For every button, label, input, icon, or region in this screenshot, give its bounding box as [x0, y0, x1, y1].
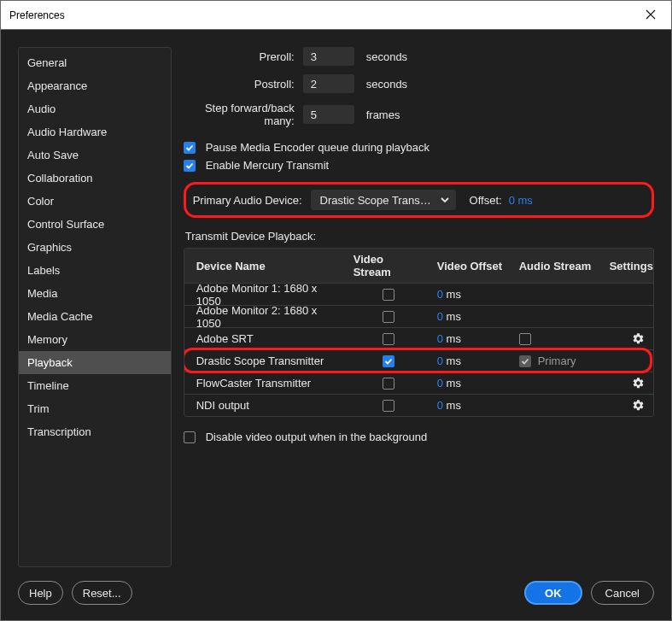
offset-label: Offset: [470, 194, 502, 207]
step-input[interactable] [303, 105, 354, 124]
disable-bg-checkbox[interactable] [184, 431, 196, 443]
sidebar-item-color[interactable]: Color [19, 190, 171, 213]
sidebar-item-transcription[interactable]: Transcription [19, 420, 171, 443]
primary-audio-label: Primary Audio Device: [193, 194, 302, 207]
sidebar-item-media-cache[interactable]: Media Cache [19, 305, 171, 328]
table-row: Drastic Scope Transmitter0 msPrimary [184, 349, 653, 372]
sidebar-item-audio-hardware[interactable]: Audio Hardware [19, 120, 171, 144]
sidebar[interactable]: GeneralAppearanceAudioAudio HardwareAuto… [18, 47, 172, 567]
video-offset-value[interactable]: 0 ms [430, 328, 512, 349]
sidebar-item-memory[interactable]: Memory [19, 328, 171, 351]
sidebar-item-audio[interactable]: Audio [19, 97, 171, 120]
video-stream-checkbox[interactable] [383, 311, 394, 323]
close-icon[interactable] [639, 5, 663, 26]
audio-stream-checkbox[interactable] [519, 333, 531, 345]
sidebar-item-auto-save[interactable]: Auto Save [19, 144, 171, 167]
main-panel: Preroll: seconds Postroll: seconds Step … [184, 47, 654, 567]
device-name: FlowCaster Transmitter [184, 372, 347, 394]
device-name: Adobe SRT [184, 328, 347, 349]
postroll-label: Postroll: [184, 78, 295, 91]
sidebar-item-playback[interactable]: Playback [19, 351, 171, 374]
offset-value[interactable]: 0 ms [509, 194, 533, 207]
table-row: FlowCaster Transmitter0 ms [184, 372, 653, 394]
preroll-input[interactable] [303, 47, 354, 66]
audio-stream-checkbox [519, 355, 531, 367]
col-settings: Settings [603, 249, 653, 283]
video-offset-value[interactable]: 0 ms [430, 395, 512, 416]
enable-mercury-checkbox[interactable] [184, 160, 196, 172]
sidebar-item-appearance[interactable]: Appearance [19, 74, 171, 97]
transmit-table-label: Transmit Device Playback: [185, 230, 654, 243]
postroll-unit: seconds [366, 78, 407, 91]
video-offset-value[interactable]: 0 ms [430, 306, 512, 327]
video-stream-checkbox[interactable] [383, 355, 394, 367]
sidebar-item-labels[interactable]: Labels [19, 259, 171, 282]
video-stream-checkbox[interactable] [383, 378, 394, 390]
sidebar-item-graphics[interactable]: Graphics [19, 236, 171, 259]
step-label: Step forward/back many: [184, 102, 295, 127]
preroll-unit: seconds [366, 50, 407, 63]
table-row: NDI output0 ms [184, 394, 653, 416]
audio-primary-label: Primary [538, 354, 576, 367]
reset-button[interactable]: Reset... [72, 581, 132, 605]
titlebar: Preferences [1, 1, 671, 30]
sidebar-item-control-surface[interactable]: Control Surface [19, 213, 171, 236]
ok-button[interactable]: OK [524, 581, 582, 605]
body: GeneralAppearanceAudioAudio HardwareAuto… [1, 30, 671, 567]
video-stream-checkbox[interactable] [383, 289, 394, 301]
step-unit: frames [366, 108, 400, 121]
gear-icon[interactable] [631, 399, 645, 413]
video-stream-checkbox[interactable] [383, 400, 394, 412]
cancel-button[interactable]: Cancel [591, 581, 654, 605]
table-row: Adobe SRT0 ms [184, 327, 653, 349]
col-video-stream: Video Stream [347, 249, 430, 283]
preferences-window: Preferences GeneralAppearanceAudioAudio … [0, 0, 672, 621]
device-name: Drastic Scope Transmitter [184, 350, 347, 372]
primary-audio-value: Drastic Scope Transmi... [320, 194, 433, 207]
video-stream-checkbox[interactable] [383, 333, 394, 345]
footer: Help Reset... OK Cancel [1, 567, 671, 620]
transmit-device-table: Device Name Video Stream Video Offset Au… [184, 248, 654, 417]
pause-encoder-label: Pause Media Encoder queue during playbac… [206, 141, 429, 154]
chevron-down-icon [440, 195, 450, 205]
video-offset-value[interactable]: 0 ms [430, 350, 512, 372]
help-button[interactable]: Help [18, 581, 63, 605]
video-offset-value[interactable]: 0 ms [430, 284, 512, 305]
primary-audio-dropdown[interactable]: Drastic Scope Transmi... [311, 190, 456, 210]
sidebar-item-general[interactable]: General [19, 51, 171, 74]
sidebar-item-media[interactable]: Media [19, 282, 171, 305]
gear-icon[interactable] [631, 377, 645, 390]
col-audio-stream: Audio Stream [512, 249, 603, 283]
preroll-label: Preroll: [184, 50, 295, 63]
pause-encoder-checkbox[interactable] [184, 142, 196, 154]
window-title: Preferences [9, 9, 65, 21]
col-video-offset: Video Offset [430, 249, 512, 283]
postroll-input[interactable] [303, 74, 354, 93]
sidebar-item-timeline[interactable]: Timeline [19, 374, 171, 397]
disable-bg-label: Disable video output when in the backgro… [206, 431, 427, 443]
sidebar-item-trim[interactable]: Trim [19, 397, 171, 420]
sidebar-item-collaboration[interactable]: Collaboration [19, 167, 171, 190]
primary-audio-highlight: Primary Audio Device: Drastic Scope Tran… [184, 182, 654, 218]
table-row: Adobe Monitor 2: 1680 x 10500 ms [184, 305, 653, 327]
enable-mercury-label: Enable Mercury Transmit [206, 159, 330, 172]
video-offset-value[interactable]: 0 ms [430, 372, 512, 394]
device-name: NDI output [184, 395, 347, 416]
gear-icon[interactable] [631, 332, 645, 346]
